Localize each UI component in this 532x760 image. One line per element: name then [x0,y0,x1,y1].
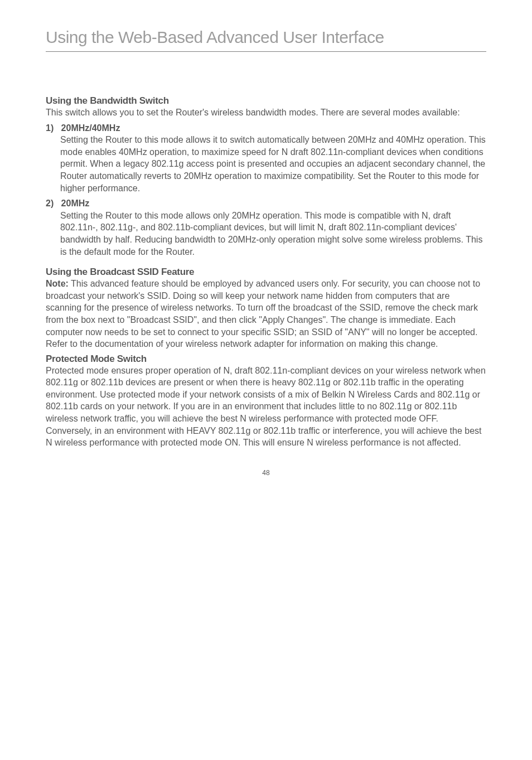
header-divider [46,51,486,52]
list-number: 1) [46,123,54,133]
list-item-body: Setting the Router to this mode allows i… [60,134,486,194]
section-intro-bandwidth: This switch allows you to set the Router… [46,107,486,119]
list-item-label: 20MHz/40MHz [61,123,120,133]
note-label: Note: [46,279,69,288]
list-item-body: Setting the Router to this mode allows o… [60,210,486,258]
section-body-ssid-text: This advanced feature should be employed… [46,279,480,348]
list-item-2: 2) 20MHz Setting the Router to this mode… [46,197,486,258]
list-item-label: 20MHz [61,199,90,208]
list-number: 2) [46,199,54,208]
section-heading-protected: Protected Mode Switch [46,354,486,365]
section-heading-ssid: Using the Broadcast SSID Feature [46,267,486,278]
list-item-1: 1) 20MHz/40MHz Setting the Router to thi… [46,122,486,195]
chapter-title: Using the Web-Based Advanced User Interf… [46,28,486,47]
section-body-ssid: Note: This advanced feature should be em… [46,278,486,350]
section-heading-bandwidth: Using the Bandwidth Switch [46,95,486,107]
section-body-protected: Protected mode ensures proper operation … [46,365,486,449]
page-number: 48 [46,469,486,477]
